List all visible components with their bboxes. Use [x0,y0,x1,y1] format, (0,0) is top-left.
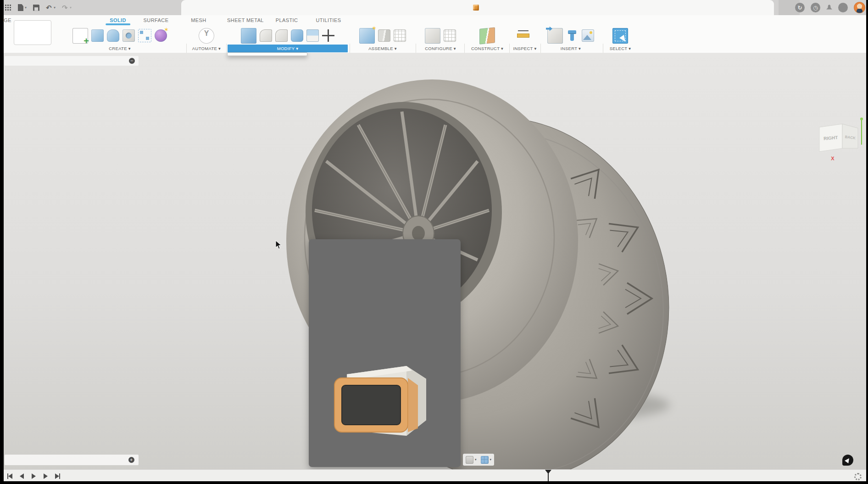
step-back-button[interactable] [18,473,25,479]
ribbon-toolbar: SOLID SURFACE MESH SHEET METAL PLASTIC U… [0,15,868,53]
viewcube-x-axis-label: X [831,156,835,161]
ribbon-group-label[interactable]: CONFIGURE ▾ [417,45,463,52]
document-cube-icon [473,5,479,11]
workspace-selector[interactable] [14,20,51,45]
step-forward-button[interactable] [42,473,49,479]
redo-icon: ↷ [62,5,68,11]
app-grid-icon [5,4,11,11]
screen-edge [866,0,868,484]
combine-l-icon[interactable] [291,29,303,42]
ribbon-group-label[interactable]: MODIFY ▾ [228,45,348,52]
ribbon-group-label[interactable]: CREATE ▾ [59,45,181,52]
ribbon-group-label[interactable]: AUTOMATE ▾ [188,45,225,52]
construction-planes-icon[interactable] [479,27,495,45]
select-window-icon[interactable] [612,28,628,44]
workspace-tab[interactable]: SOLID [110,17,126,23]
appearance-tooltip [309,239,461,467]
joint-icon[interactable] [378,29,390,42]
configuration-table-icon[interactable] [444,29,456,42]
feedback-bubble-icon[interactable] [842,455,853,466]
ribbon-group-label[interactable]: INSPECT ▾ [511,45,539,52]
display-bar: ▾ ▾ [463,454,494,466]
insert-canvas-icon[interactable] [582,29,594,42]
ribbon-group-label[interactable]: ASSEMBLE ▾ [351,45,414,52]
ribbon-group: INSPECT ▾ [511,27,539,52]
fusion-window: ▾ ↶▾ ↷▾ ↻ ◷ SOLID SURFACE [0,0,868,484]
insert-fastener-icon[interactable] [566,29,579,42]
ribbon-group-label[interactable]: INSERT ▾ [542,45,599,52]
comments-panel[interactable]: + [5,455,139,465]
undo-button[interactable]: ↶▾ [46,5,56,11]
insert-derive-icon[interactable] [547,28,563,44]
close-tab-button[interactable] [758,3,768,12]
create-form-icon[interactable] [155,29,167,42]
skip-to-start-button[interactable] [6,473,13,479]
notifications-bell-icon[interactable] [826,5,832,11]
workspace-tab[interactable]: UTILITIES [316,17,341,23]
configuration-icon[interactable] [425,28,440,44]
undo-icon: ↶ [46,5,52,11]
job-status-icon[interactable]: ◷ [811,3,820,12]
skip-to-end-button[interactable] [54,473,61,479]
file-menu-button[interactable]: ▾ [18,4,27,11]
document-title [181,0,774,15]
browser-display-mode-icon[interactable]: − [129,58,135,64]
workspace-tab[interactable]: MESH [191,17,206,23]
help-icon[interactable] [838,3,848,12]
caret-icon: ▾ [70,6,72,10]
add-comment-icon[interactable]: + [128,457,134,463]
split-l-icon[interactable] [306,29,319,42]
workspace-tab[interactable]: SURFACE [144,17,169,23]
ribbon-group-label[interactable]: SELECT ▾ [606,45,635,52]
tooltip-preview-image [322,361,436,449]
caret-icon: ▾ [54,6,56,10]
press-pull-l-icon[interactable] [241,28,256,44]
revolve-icon[interactable] [107,29,119,42]
grid-layout-button[interactable]: ▾ [481,456,492,464]
ribbon-group: INSERT ▾ [542,27,599,52]
bom-table-icon[interactable] [394,29,406,42]
new-component-icon[interactable] [359,28,375,44]
measure-icon[interactable] [517,28,533,44]
redo-button[interactable]: ↷▾ [62,5,72,11]
workspace-tab[interactable]: SHEET METAL [227,17,264,23]
mouse-cursor [275,240,282,249]
settings-gear-icon[interactable] [854,473,862,480]
caret-icon: ▾ [25,6,27,10]
ribbon-group: SELECT ▾ [606,27,635,52]
automate-script-icon[interactable] [199,28,214,44]
hole-icon[interactable] [122,29,135,42]
caret-icon: ▾ [490,458,492,461]
play-button[interactable] [30,473,37,479]
rectangular-pattern-icon[interactable] [138,29,151,42]
ribbon-group: MODIFY ▾ [228,27,348,52]
shell-l-icon[interactable] [275,29,288,42]
fillet-l-icon[interactable] [260,29,272,42]
grid-layout-icon [481,456,489,464]
titlebar: ▾ ↶▾ ↷▾ ↻ ◷ [0,0,868,16]
user-avatar[interactable] [854,2,865,13]
ribbon-group: CONSTRUCT ▾ [466,27,508,52]
app-grid-button[interactable] [5,4,11,11]
extrude-box-icon[interactable] [91,29,104,42]
workspace-tab[interactable]: PLASTIC [276,17,298,23]
document-tab[interactable] [181,0,774,15]
save-button[interactable] [33,5,39,11]
workspace-tab-row: SOLID SURFACE MESH SHEET METAL PLASTIC U… [0,15,868,26]
browser-header[interactable]: − [5,56,139,66]
screen-edge [0,481,868,484]
create-sketch-icon[interactable] [72,28,88,44]
display-settings-button[interactable]: ▾ [466,456,477,464]
caret-icon: ▾ [475,458,477,461]
ribbon-group: CREATE ▾ [59,27,181,52]
display-settings-icon [466,456,473,464]
move-l-icon[interactable] [322,29,334,42]
save-icon [33,5,39,11]
extensions-icon[interactable]: ↻ [795,3,805,12]
browser-panel: − [5,56,139,66]
playback-controls [6,473,61,479]
ribbon-group: CONFIGURE ▾ [417,27,463,52]
ribbon-group: ASSEMBLE ▾ [351,27,414,52]
ribbon-group-label[interactable]: CONSTRUCT ▾ [466,45,508,52]
view-cube[interactable]: RIGHT BACK X [816,116,866,164]
